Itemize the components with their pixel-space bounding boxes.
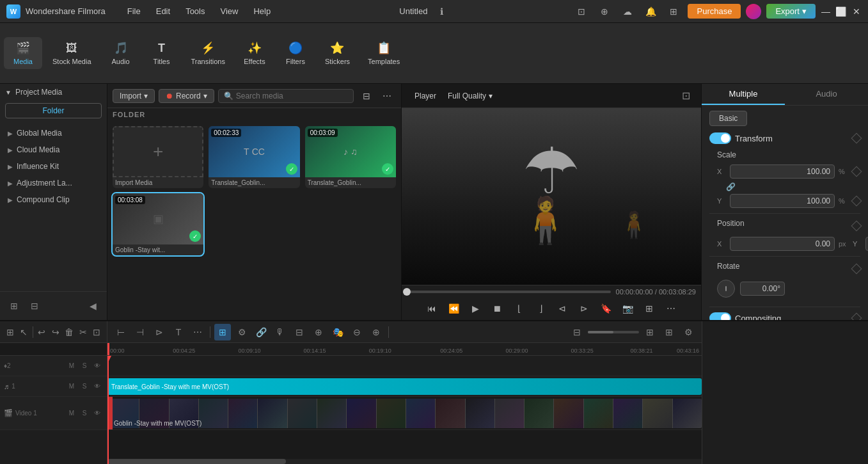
scale-x-keyframe[interactable] — [851, 166, 862, 177]
visible-a1[interactable]: 👁 — [91, 381, 103, 392]
tab-audio[interactable]: Audio — [785, 84, 868, 105]
progress-bar[interactable] — [407, 291, 611, 293]
mute-v1[interactable]: M — [66, 408, 77, 419]
filter-icon[interactable]: ⊟ — [358, 87, 375, 105]
window-close[interactable]: ✕ — [851, 6, 862, 17]
mute-a1[interactable]: M — [66, 381, 77, 392]
zoom-in-button[interactable]: ⊞ — [642, 324, 658, 340]
tool-audio[interactable]: 🎵 Audio — [102, 37, 140, 69]
compositing-keyframe[interactable] — [851, 313, 862, 320]
link-button[interactable]: 🔗 — [253, 324, 269, 340]
add-folder-button[interactable]: ⊞ — [5, 297, 23, 315]
text-tool[interactable]: T — [170, 324, 187, 340]
add-clip-button[interactable]: ⊕ — [368, 324, 384, 340]
scale-y-keyframe[interactable] — [851, 196, 862, 207]
record-button[interactable]: ⏺ Record ▾ — [159, 89, 214, 103]
position-keyframe[interactable] — [851, 221, 862, 232]
pip-button[interactable]: ⊞ — [640, 300, 658, 317]
export-button[interactable]: Export ▾ — [766, 4, 816, 19]
menu-file[interactable]: File — [121, 4, 147, 19]
sidebar-item-global[interactable]: ▶ Global Media — [3, 125, 104, 141]
redo-button[interactable]: ↪ — [49, 324, 61, 340]
tool-titles[interactable]: T Titles — [143, 38, 181, 69]
video-clip[interactable]: Goblin -Stay with me MV(OST) — [110, 399, 702, 428]
basic-button[interactable]: Basic — [709, 111, 747, 126]
grid-view-button[interactable]: ⊞ — [661, 324, 677, 340]
frame-back-button[interactable]: ⏪ — [445, 300, 462, 317]
audio-clip[interactable]: Translate_Goblin -Stay with me MV(OST) — [107, 378, 702, 395]
import-media-item[interactable]: + Import Media — [113, 126, 203, 188]
sidebar-item-adjustment[interactable]: ▶ Adjustment La... — [3, 175, 104, 191]
user-avatar[interactable] — [746, 4, 761, 19]
add-marker-button[interactable]: 🔖 — [597, 300, 615, 317]
transform-toggle[interactable] — [709, 132, 731, 144]
snap-button[interactable]: ⊞ — [214, 324, 231, 340]
cloud-icon[interactable]: ☁ — [619, 3, 636, 20]
player-button[interactable]: Player — [408, 90, 443, 102]
next-marker-button[interactable]: ⊳ — [575, 300, 593, 317]
prev-marker-button[interactable]: ⊲ — [553, 300, 571, 317]
prev-frame-button[interactable]: ⏮ — [423, 300, 441, 317]
menu-view[interactable]: View — [214, 4, 244, 19]
trim-button[interactable]: ⊣ — [132, 324, 148, 340]
zoom-out-button[interactable]: ⊟ — [569, 324, 585, 340]
compositing-toggle[interactable] — [709, 312, 731, 320]
quality-selector[interactable]: Full Quality ▾ — [448, 92, 493, 100]
rotate-keyframe[interactable] — [851, 264, 862, 275]
tool-effects[interactable]: ✨ Effects — [235, 37, 274, 69]
audio-tool[interactable]: 🎙 — [272, 324, 288, 340]
scene-button[interactable]: 🎭 — [329, 324, 346, 340]
window-maximize[interactable]: ⬜ — [836, 6, 846, 17]
sidebar-item-compound[interactable]: ▶ Compound Clip — [3, 191, 104, 208]
solo-v1[interactable]: S — [79, 408, 90, 419]
collapse-button[interactable]: ◀ — [84, 297, 102, 315]
tool-filters[interactable]: 🔵 Filters — [276, 37, 315, 69]
bell-icon[interactable]: 🔔 — [642, 3, 659, 20]
undo-button[interactable]: ↩ — [36, 324, 48, 340]
remove-clip-button[interactable]: ⊖ — [349, 324, 365, 340]
cut-button[interactable]: ✂ — [77, 324, 89, 340]
scale-y-input[interactable]: 100.00 — [730, 194, 835, 208]
pos-x-input[interactable]: 0.00 — [730, 237, 835, 251]
transform-keyframe[interactable] — [851, 133, 862, 144]
menu-tools[interactable]: Tools — [179, 4, 211, 19]
settings-button[interactable]: ⚙ — [680, 324, 697, 340]
rotate-input[interactable]: 0.00° — [740, 282, 785, 296]
mark-out-button[interactable]: ⌋ — [532, 300, 549, 317]
sidebar-item-influence[interactable]: ▶ Influence Kit — [3, 158, 104, 175]
remove-folder-button[interactable]: ⊟ — [26, 297, 43, 315]
visible-a2[interactable]: 👁 — [91, 360, 103, 372]
fullscreen-icon[interactable]: ⊡ — [677, 87, 695, 105]
window-minimize[interactable]: — — [821, 6, 831, 17]
solo-a2[interactable]: S — [79, 360, 90, 372]
mute-a2[interactable]: M — [66, 360, 77, 372]
speed-button[interactable]: ⊳ — [151, 324, 168, 340]
more-icon[interactable]: ⋯ — [378, 87, 396, 105]
select-tool[interactable]: ↖ — [17, 324, 29, 340]
crop-button[interactable]: ⊡ — [91, 324, 103, 340]
sidebar-item-cloud[interactable]: ▶ Cloud Media — [3, 141, 104, 158]
stop-button[interactable]: ⏹ — [488, 300, 506, 317]
pos-y-input[interactable]: 0.00 — [865, 237, 868, 251]
search-input[interactable] — [236, 92, 348, 100]
tool-stock[interactable]: 🖼 Stock Media — [45, 38, 99, 69]
zoom-slider[interactable] — [588, 331, 639, 333]
snapshot-button[interactable]: 📷 — [619, 300, 636, 317]
scale-x-input[interactable]: 100.00 — [730, 164, 835, 179]
project-media-header[interactable]: ▼ Project Media — [0, 84, 107, 100]
more-controls-button[interactable]: ⋯ — [662, 300, 680, 317]
tool-transitions[interactable]: ⚡ Transitions — [184, 37, 233, 69]
tool-templates[interactable]: 📋 Templates — [360, 37, 407, 69]
menu-edit[interactable]: Edit — [150, 4, 177, 19]
tab-multiple[interactable]: Multiple — [702, 84, 785, 105]
visible-v1[interactable]: 👁 — [91, 408, 103, 419]
more-tools-button[interactable]: ⋯ — [189, 324, 206, 340]
merge-button[interactable]: ⊕ — [310, 324, 327, 340]
folder-button[interactable]: Folder — [5, 103, 102, 118]
scrollbar-thumb[interactable] — [107, 459, 286, 464]
tool-stickers[interactable]: ⭐ Stickers — [317, 37, 358, 69]
media-item-2[interactable]: 00:03:09 ♪ ♫ ✓ Translate_Goblin... — [305, 126, 396, 188]
import-button[interactable]: Import ▾ — [113, 89, 155, 103]
track-view-icon[interactable]: ⊞ — [4, 324, 16, 340]
ripple-button[interactable]: ⚙ — [233, 324, 250, 340]
